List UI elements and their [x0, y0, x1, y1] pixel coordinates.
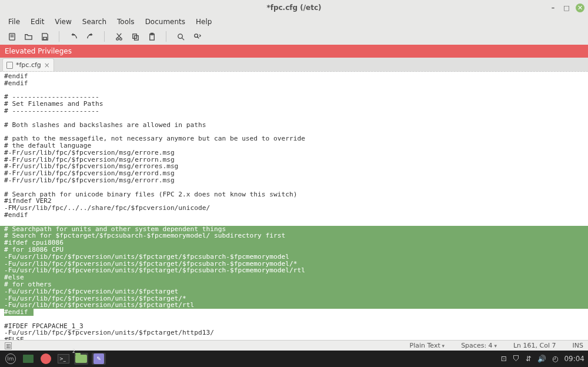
- tab-fpc-cfg[interactable]: *fpc.cfg ×: [2, 58, 54, 71]
- text-editor-task[interactable]: ✎: [92, 353, 106, 365]
- statusbar: ▥ Plain Text Spaces: 4 Ln 161, Col 7 INS: [0, 340, 588, 351]
- open-file-icon[interactable]: [24, 32, 33, 41]
- menu-view[interactable]: View: [50, 16, 76, 27]
- close-button[interactable]: ✕: [576, 4, 584, 12]
- show-desktop-button[interactable]: [21, 353, 35, 365]
- svg-line-7: [116, 33, 121, 38]
- tab-label: *fpc.cfg: [16, 61, 41, 69]
- window-titlebar: *fpc.cfg (/etc) – □ ✕: [0, 0, 588, 15]
- paste-icon[interactable]: [147, 32, 156, 41]
- insert-mode[interactable]: INS: [573, 342, 583, 349]
- toolbar: [0, 28, 588, 45]
- svg-point-5: [119, 38, 122, 40]
- save-icon[interactable]: [40, 32, 49, 41]
- tray-volume-icon[interactable]: 🔊: [537, 355, 546, 363]
- tray-update-icon[interactable]: ⊡: [501, 355, 507, 363]
- new-file-icon[interactable]: [7, 32, 16, 41]
- system-tray: ⊡ ⛉ ⇵ 🔊 ◴ 09:04: [501, 355, 584, 363]
- maximize-button[interactable]: □: [562, 4, 571, 12]
- svg-line-15: [197, 36, 199, 38]
- menu-tools[interactable]: Tools: [112, 16, 139, 27]
- syntax-selector[interactable]: Plain Text: [410, 342, 445, 349]
- svg-rect-3: [43, 37, 46, 39]
- minimize-button[interactable]: –: [549, 4, 557, 12]
- replace-icon[interactable]: [192, 32, 202, 41]
- redo-icon[interactable]: [85, 32, 95, 41]
- tray-power-icon[interactable]: ◴: [552, 355, 558, 363]
- menu-help[interactable]: Help: [191, 16, 216, 27]
- search-icon[interactable]: [176, 32, 185, 41]
- svg-point-4: [116, 38, 118, 40]
- file-manager-launcher[interactable]: 2: [74, 353, 88, 365]
- elevated-text: Elevated Privileges: [5, 47, 72, 55]
- cut-icon[interactable]: [114, 32, 123, 41]
- os-taskbar: lm >_ 2 ✎ ⊡ ⛉ ⇵ 🔊 ◴ 09:04: [0, 351, 588, 367]
- menu-documents[interactable]: Documents: [141, 16, 190, 27]
- file-icon: [6, 62, 13, 69]
- menubar: File Edit View Search Tools Documents He…: [0, 15, 588, 28]
- svg-line-6: [117, 33, 121, 38]
- window-title: *fpc.cfg (/etc): [266, 4, 321, 12]
- firefox-launcher[interactable]: [39, 353, 53, 365]
- tray-shield-icon[interactable]: ⛉: [513, 355, 520, 363]
- elevated-privileges-banner: Elevated Privileges: [0, 45, 588, 58]
- terminal-launcher[interactable]: >_: [56, 353, 71, 365]
- tray-network-icon[interactable]: ⇵: [526, 355, 532, 363]
- tray-clock[interactable]: 09:04: [564, 355, 584, 363]
- tab-close-icon[interactable]: ×: [44, 61, 50, 69]
- panel-toggle-icon[interactable]: ▥: [5, 342, 12, 349]
- start-menu-button[interactable]: lm: [4, 353, 18, 365]
- tab-bar: *fpc.cfg ×: [0, 58, 588, 72]
- menu-edit[interactable]: Edit: [26, 16, 49, 27]
- svg-point-12: [178, 34, 182, 38]
- cursor-position: Ln 161, Col 7: [513, 342, 556, 349]
- indent-selector[interactable]: Spaces: 4: [461, 342, 497, 349]
- text-editor[interactable]: #endif #endif # ---------------------- #…: [0, 72, 588, 340]
- copy-icon[interactable]: [131, 32, 140, 41]
- menu-file[interactable]: File: [4, 16, 25, 27]
- undo-icon[interactable]: [69, 32, 78, 41]
- menu-search[interactable]: Search: [78, 16, 111, 27]
- svg-line-13: [182, 38, 184, 40]
